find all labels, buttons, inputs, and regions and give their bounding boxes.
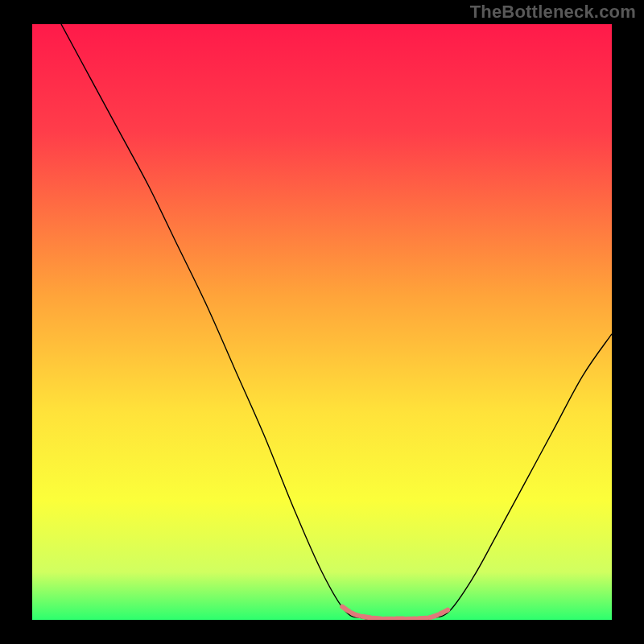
gradient-background	[32, 24, 612, 620]
watermark-text: TheBottleneck.com	[470, 2, 636, 23]
chart-container: TheBottleneck.com	[0, 0, 644, 644]
plot-area	[32, 24, 612, 620]
chart-svg	[32, 24, 612, 620]
